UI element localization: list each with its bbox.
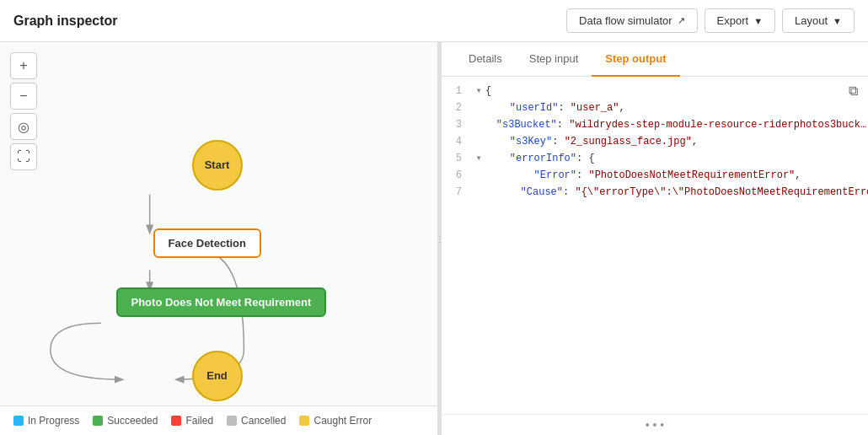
- code-line-7: 7 "Cause": "{\"errorType\":\"PhotoDoesNo…: [442, 185, 868, 201]
- line-content-5: "errorInfo": {: [485, 151, 868, 168]
- tab-step-input[interactable]: Step input: [516, 42, 592, 77]
- export-button[interactable]: Export ▼: [705, 8, 775, 33]
- line-triangle-4: [472, 134, 485, 151]
- line-triangle-5[interactable]: ▾: [472, 151, 485, 168]
- line-content-4: "s3Key": "2_sunglass_face.jpg",: [485, 134, 868, 151]
- line-triangle-1[interactable]: ▾: [472, 83, 485, 100]
- code-line-6: 6 "Error": "PhotoDoesNotMeetRequirementE…: [442, 168, 868, 185]
- start-node[interactable]: Start: [192, 140, 243, 191]
- code-line-2: 2 "userId": "user_a",: [442, 100, 868, 117]
- line-triangle-6: [472, 168, 485, 185]
- line-num-6: 6: [442, 168, 472, 185]
- code-line-4: 4 "s3Key": "2_sunglass_face.jpg",: [442, 134, 868, 151]
- cancelled-label: Cancelled: [241, 415, 286, 427]
- face-detection-node[interactable]: Face Detection: [153, 228, 261, 258]
- legend-failed: Failed: [171, 415, 213, 427]
- in-progress-dot: [13, 416, 24, 426]
- succeeded-dot: [93, 416, 103, 426]
- succeeded-label: Succeeded: [107, 415, 158, 427]
- graph-panel: + − ◎ ⛶: [0, 42, 438, 435]
- cancelled-dot: [227, 416, 237, 426]
- zoom-in-button[interactable]: +: [10, 52, 37, 79]
- legend-in-progress: In Progress: [13, 415, 79, 427]
- tab-details[interactable]: Details: [455, 42, 516, 77]
- legend-caught-error: Caught Error: [299, 415, 372, 427]
- legend-succeeded: Succeeded: [93, 415, 158, 427]
- main-content: + − ◎ ⛶: [0, 42, 868, 435]
- code-content: 1 ▾ { 2 "userId": "user_a", 3 "s3Bucket"…: [442, 77, 868, 435]
- line-num-2: 2: [442, 100, 472, 117]
- line-content-7: "Cause": "{\"errorType\":\"PhotoDoesNotM…: [472, 185, 868, 201]
- code-line-1: 1 ▾ {: [442, 83, 868, 100]
- code-line-3: 3 "s3Bucket": "wildrydes-step-module-res…: [442, 117, 868, 134]
- scroll-indicator: • • •: [442, 414, 868, 435]
- legend-cancelled: Cancelled: [227, 415, 286, 427]
- line-content-6: "Error": "PhotoDoesNotMeetRequirementErr…: [485, 168, 868, 185]
- failed-dot: [171, 416, 181, 426]
- photo-requirement-node[interactable]: Photo Does Not Meet Requirement: [116, 287, 327, 317]
- caught-error-label: Caught Error: [313, 415, 372, 427]
- in-progress-label: In Progress: [28, 415, 79, 427]
- line-triangle-2: [472, 100, 485, 117]
- copy-icon[interactable]: ⧉: [849, 83, 858, 99]
- graph-canvas: Start Face Detection Photo Does Not Meet…: [0, 42, 437, 405]
- end-node[interactable]: End: [192, 351, 243, 401]
- failed-label: Failed: [185, 415, 213, 427]
- zoom-out-button[interactable]: −: [10, 83, 37, 110]
- tabs: Details Step input Step output: [442, 42, 868, 77]
- line-num-4: 4: [442, 134, 472, 151]
- data-flow-simulator-button[interactable]: Data flow simulator ↗: [566, 8, 698, 33]
- line-content-3: "s3Bucket": "wildrydes-step-module-resou…: [472, 117, 868, 134]
- fit-button[interactable]: ⛶: [10, 143, 37, 170]
- header: Graph inspector Data flow simulator ↗ Ex…: [0, 0, 868, 42]
- code-line-5: 5 ▾ "errorInfo": {: [442, 151, 868, 168]
- external-link-icon: ↗: [678, 15, 685, 26]
- line-content-1: {: [485, 83, 868, 100]
- line-content-2: "userId": "user_a",: [485, 100, 868, 117]
- right-panel: Details Step input Step output ⧉ 1 ▾ {: [442, 42, 868, 435]
- graph-legend: In Progress Succeeded Failed Cancelled C…: [0, 405, 437, 435]
- code-panel: ⧉ 1 ▾ { 2 "userId": "user_a", 3: [442, 77, 868, 435]
- layout-button[interactable]: Layout ▼: [782, 8, 855, 33]
- header-actions: Data flow simulator ↗ Export ▼ Layout ▼: [566, 8, 855, 33]
- page-title: Graph inspector: [13, 13, 118, 29]
- line-num-1: 1: [442, 83, 472, 100]
- caught-error-dot: [299, 416, 309, 426]
- line-num-3: 3: [442, 117, 472, 134]
- layout-dropdown-icon: ▼: [833, 16, 842, 26]
- export-dropdown-icon: ▼: [753, 16, 763, 26]
- tab-step-output[interactable]: Step output: [592, 42, 679, 77]
- center-button[interactable]: ◎: [10, 113, 37, 140]
- line-num-7: 7: [442, 185, 472, 201]
- line-num-5: 5: [442, 151, 472, 168]
- graph-controls: + − ◎ ⛶: [10, 52, 37, 170]
